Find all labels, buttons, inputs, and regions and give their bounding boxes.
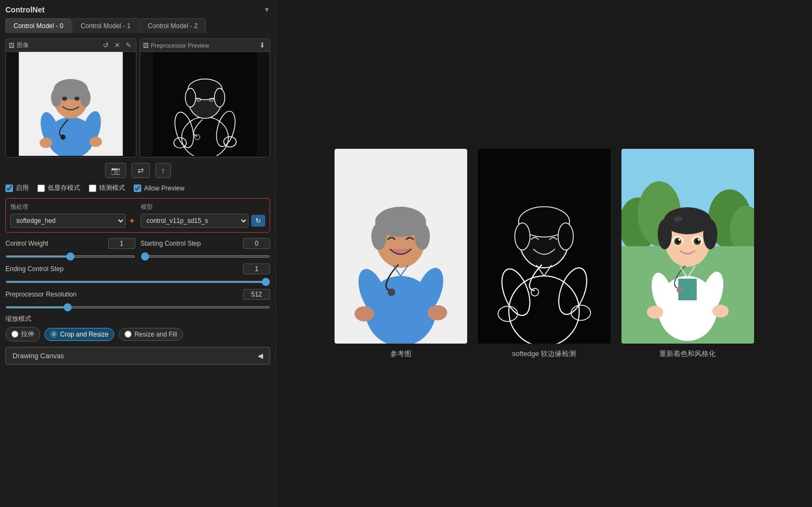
- anime-image: [621, 149, 754, 344]
- anime-image-col: 重新着色和风格化: [621, 149, 754, 359]
- right-panel: 参考图: [276, 0, 812, 507]
- model-select-row: control_v11p_sd15_s ↻: [141, 214, 266, 228]
- crop-resize-option[interactable]: Crop and Resize: [44, 328, 114, 341]
- svg-point-68: [703, 219, 717, 249]
- allow-preview-checkbox[interactable]: Allow Preview: [134, 185, 185, 192]
- svg-point-11: [62, 97, 67, 101]
- preprocessor-res-value: 512: [243, 289, 270, 300]
- model-select[interactable]: control_v11p_sd15_s: [141, 214, 249, 228]
- svg-point-5: [89, 136, 102, 147]
- reference-image-col: 参考图: [335, 149, 467, 359]
- ending-step-value: 1: [243, 264, 270, 274]
- control-weight-group: Control Weight 1: [5, 238, 135, 259]
- preview-sketch-svg: [140, 52, 270, 156]
- svg-point-10: [80, 88, 90, 107]
- sketch-label: softedge 软边缘检测: [512, 349, 577, 359]
- checkbox-row: 启用 低显存模式 猜测模式 Allow Preview: [5, 183, 270, 193]
- low-vram-checkbox[interactable]: 低显存模式: [37, 183, 80, 193]
- sketch-image-col: softedge 软边缘检测: [478, 149, 611, 359]
- resize-fill-label: Resize and Fill: [134, 331, 177, 338]
- camera-btn[interactable]: 📷: [105, 163, 126, 178]
- image-icon: 🖼: [9, 42, 15, 49]
- sketch-svg: [478, 149, 611, 344]
- allow-preview-cb-input[interactable]: [134, 185, 141, 192]
- svg-point-39: [388, 288, 395, 296]
- model-col: 模型 control_v11p_sd15_s ↻: [141, 203, 266, 228]
- svg-point-13: [61, 135, 66, 140]
- tab-control-model-2[interactable]: Control Model - 2: [140, 18, 206, 33]
- action-row: 📷 ⇄ ↑: [5, 163, 270, 178]
- sketch-image: [478, 149, 611, 344]
- preview-image-content: [140, 52, 270, 156]
- tab-bar: Control Model - 0 Control Model - 1 Cont…: [5, 18, 270, 33]
- drawing-canvas[interactable]: Drawing Canvas ◀: [5, 347, 270, 365]
- scale-mode-label: 缩放模式: [5, 314, 270, 324]
- edit-image-btn[interactable]: ✎: [124, 41, 133, 50]
- guess-mode-cb-input[interactable]: [89, 185, 96, 192]
- source-image-content[interactable]: [6, 52, 136, 156]
- low-vram-label: 低显存模式: [48, 183, 80, 193]
- preview-icon: 🖼: [143, 42, 149, 49]
- tab-control-model-0[interactable]: Control Model - 0: [5, 18, 71, 33]
- svg-point-49: [515, 223, 530, 250]
- svg-point-38: [415, 223, 430, 250]
- tab-control-model-1[interactable]: Control Model - 1: [73, 18, 139, 33]
- starting-step-label: Starting Control Step: [141, 240, 201, 247]
- enable-checkbox[interactable]: 启用: [5, 183, 29, 193]
- upload-btn[interactable]: ↑: [155, 163, 171, 178]
- drawing-canvas-label: Drawing Canvas: [12, 352, 64, 360]
- swap-btn[interactable]: ⇄: [132, 163, 150, 178]
- stretch-radio[interactable]: [11, 331, 18, 338]
- starting-step-slider[interactable]: [141, 255, 271, 258]
- low-vram-cb-input[interactable]: [37, 185, 45, 192]
- guess-mode-checkbox[interactable]: 猜测模式: [89, 183, 125, 193]
- source-nurse-svg: [6, 52, 136, 156]
- preprocessor-res-section: Preprocessor Resolution 512: [5, 289, 270, 310]
- model-row: 预处理 softedge_hed softedge_pidinet none ✦…: [10, 203, 265, 228]
- download-preview-btn[interactable]: ⬇: [258, 41, 267, 50]
- ending-step-slider[interactable]: [5, 281, 270, 283]
- enable-label: 启用: [16, 183, 29, 193]
- panel-header: ControlNet ▼: [5, 5, 270, 14]
- preprocessor-label: 预处理: [10, 203, 135, 211]
- resize-fill-option[interactable]: Resize and Fill: [119, 328, 183, 341]
- svg-point-32: [355, 306, 374, 321]
- preprocessor-res-slider[interactable]: [5, 306, 270, 308]
- svg-point-78: [677, 287, 683, 293]
- control-weight-slider[interactable]: [5, 255, 135, 258]
- anime-label: 重新着色和风格化: [659, 349, 716, 359]
- ending-step-label: Ending Control Step: [5, 265, 63, 273]
- preprocessor-col: 预处理 softedge_hed softedge_pidinet none ✦: [10, 203, 135, 228]
- preview-image-box: 🖼 Preprocessor Preview ⬇: [140, 38, 271, 157]
- preview-image-header: 🖼 Preprocessor Preview ⬇: [140, 39, 270, 52]
- model-section: 预处理 softedge_hed softedge_pidinet none ✦…: [5, 198, 270, 233]
- stretch-option[interactable]: 拉伸: [5, 327, 40, 341]
- resize-fill-radio[interactable]: [125, 331, 132, 338]
- close-image-btn[interactable]: ✕: [113, 41, 122, 50]
- reference-image: [335, 149, 467, 344]
- svg-point-4: [40, 137, 52, 148]
- drawing-canvas-arrow: ◀: [258, 352, 263, 360]
- svg-point-77: [698, 239, 700, 241]
- svg-point-67: [658, 219, 672, 249]
- svg-point-9: [51, 88, 61, 107]
- svg-point-12: [74, 97, 80, 101]
- starting-step-value: 0: [243, 238, 270, 249]
- svg-point-37: [371, 223, 387, 250]
- enable-cb-input[interactable]: [5, 185, 13, 192]
- control-weight-label: Control Weight: [5, 240, 48, 247]
- panel-collapse-icon[interactable]: ▼: [264, 6, 270, 14]
- source-image-box: 🖼 图像 ↺ ✕ ✎: [5, 38, 136, 157]
- svg-point-23: [185, 88, 195, 107]
- refresh-image-btn[interactable]: ↺: [101, 41, 110, 50]
- preview-label: Preprocessor Preview: [151, 42, 209, 49]
- crop-resize-radio[interactable]: [50, 331, 57, 338]
- svg-point-24: [214, 88, 225, 107]
- svg-point-50: [558, 223, 573, 250]
- model-refresh-btn[interactable]: ↻: [251, 215, 265, 227]
- scale-mode-section: 缩放模式 拉伸 Crop and Resize Resize and Fill: [5, 314, 270, 341]
- ending-step-section: Ending Control Step 1: [5, 264, 270, 285]
- crop-resize-label: Crop and Resize: [60, 331, 108, 338]
- preprocessor-select[interactable]: softedge_hed softedge_pidinet none: [10, 214, 126, 228]
- source-image-label: 图像: [17, 41, 29, 49]
